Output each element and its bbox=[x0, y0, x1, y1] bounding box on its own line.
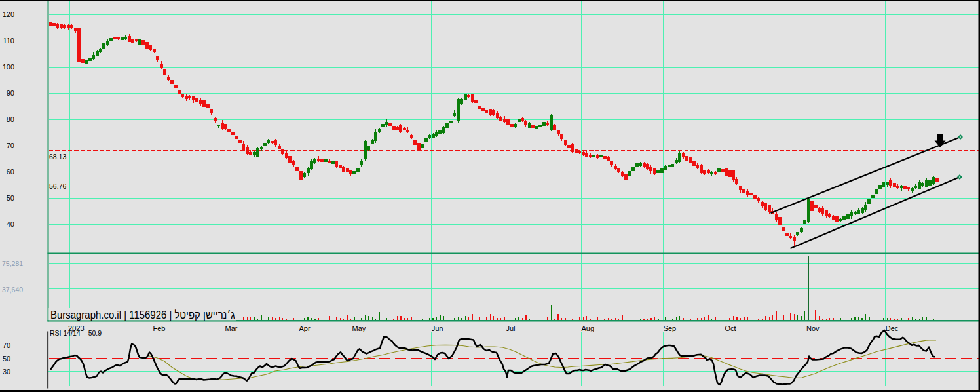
svg-text:80: 80 bbox=[7, 115, 14, 123]
svg-text:100: 100 bbox=[3, 63, 14, 71]
svg-text:50: 50 bbox=[3, 355, 10, 363]
svg-text:Dec: Dec bbox=[886, 324, 899, 332]
svg-text:Feb: Feb bbox=[153, 324, 166, 332]
svg-text:Apr: Apr bbox=[299, 324, 311, 332]
svg-text:Mar: Mar bbox=[225, 324, 238, 332]
svg-text:Jun: Jun bbox=[432, 324, 443, 332]
svg-text:40: 40 bbox=[7, 220, 14, 228]
svg-text:30: 30 bbox=[3, 368, 10, 376]
svg-text:70: 70 bbox=[7, 142, 14, 149]
svg-text:56.76: 56.76 bbox=[49, 182, 66, 190]
svg-text:90: 90 bbox=[7, 89, 14, 97]
svg-text:75,281: 75,281 bbox=[2, 260, 23, 267]
svg-text:RSI 14/14 = 50.9: RSI 14/14 = 50.9 bbox=[50, 329, 102, 337]
svg-text:Oct: Oct bbox=[725, 324, 736, 332]
svg-text:Bursagraph.co.il | 1156926 | ג: Bursagraph.co.il | 1156926 | ג׳נריישן קפ… bbox=[50, 309, 235, 321]
svg-text:Aug: Aug bbox=[582, 324, 595, 332]
svg-text:Nov: Nov bbox=[806, 324, 820, 332]
svg-text:Jul: Jul bbox=[506, 324, 516, 332]
svg-text:70: 70 bbox=[3, 342, 10, 349]
svg-text:May: May bbox=[352, 324, 366, 332]
svg-text:37,640: 37,640 bbox=[2, 286, 23, 294]
svg-text:60: 60 bbox=[7, 168, 14, 176]
svg-text:50: 50 bbox=[7, 194, 14, 202]
svg-text:110: 110 bbox=[3, 37, 14, 45]
svg-text:Sep: Sep bbox=[664, 324, 677, 332]
svg-text:120: 120 bbox=[3, 10, 14, 18]
svg-text:68.13: 68.13 bbox=[49, 153, 66, 161]
